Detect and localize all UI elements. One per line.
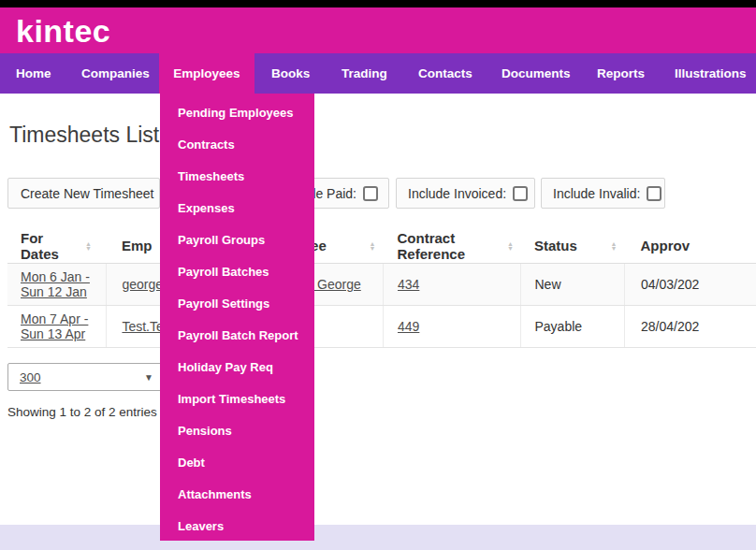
menu-item-payroll-groups[interactable]: Payroll Groups [160, 224, 314, 256]
nav-item-home[interactable]: Home [16, 53, 51, 94]
table-header-row: For Dates ▲▼ Emp ployee ▲▼ Contract Refe… [7, 229, 756, 263]
sort-icon[interactable]: ▲▼ [85, 241, 92, 251]
menu-item-timesheets[interactable]: Timesheets [160, 161, 314, 193]
column-header-label: Emp [122, 238, 153, 253]
include-invoiced-filter: Include Invoiced: [396, 178, 535, 209]
menu-item-payroll-settings[interactable]: Payroll Settings [160, 288, 314, 320]
menu-item-leavers[interactable]: Leavers [160, 511, 314, 543]
include-invalid-label: Include Invalid: [553, 186, 640, 201]
nav-item-contacts[interactable]: Contacts [418, 53, 472, 94]
menu-item-pensions[interactable]: Pensions [160, 415, 314, 447]
timesheets-table: For Dates ▲▼ Emp ployee ▲▼ Contract Refe… [7, 229, 756, 348]
nav-item-reports[interactable]: Reports [597, 53, 645, 94]
create-new-timesheet-button[interactable]: Create New Timesheet [7, 178, 160, 209]
include-paid-label: de Paid: [309, 186, 356, 201]
approved-date: 28/04/202 [641, 319, 699, 334]
nav-item-companies[interactable]: Companies [81, 53, 150, 94]
table-row: Mon 7 Apr - Sun 13 Apr Test.Te , Test 44… [7, 305, 756, 347]
column-header-contract-reference[interactable]: Contract Reference ▲▼ [383, 229, 521, 263]
table-row: Mon 6 Jan - Sun 12 Jan george yson, Geor… [7, 263, 756, 305]
create-new-timesheet-label: Create New Timesheet [21, 186, 153, 201]
sort-icon[interactable]: ▲▼ [611, 241, 618, 251]
include-invalid-filter: Include Invalid: [541, 178, 665, 209]
employer-link[interactable]: Test.Te [122, 319, 163, 334]
employer-link[interactable]: george [122, 277, 163, 292]
sort-icon[interactable]: ▲▼ [370, 241, 376, 251]
chevron-down-icon: ▼ [144, 372, 153, 383]
nav-item-documents[interactable]: Documents [502, 53, 571, 94]
include-invoiced-label: Include Invoiced: [408, 186, 506, 201]
menu-item-attachments[interactable]: Attachments [160, 479, 314, 511]
nav-item-illustrations[interactable]: Illustrations [675, 53, 747, 94]
column-header-label: Approv [640, 238, 690, 253]
include-paid-checkbox[interactable] [363, 186, 378, 201]
employees-dropdown-menu: Pending Employees Contracts Timesheets E… [160, 94, 314, 541]
main-nav: Home Companies Employees Books Trading C… [0, 53, 756, 94]
sort-desc-icon: ▼ [85, 246, 92, 251]
column-header-label: For Dates [21, 230, 85, 262]
menu-item-import-timesheets[interactable]: Import Timesheets [160, 384, 314, 415]
menu-item-debt[interactable]: Debt [160, 447, 314, 479]
menu-item-pending-employees[interactable]: Pending Employees [160, 97, 314, 129]
menu-item-payroll-batch-report[interactable]: Payroll Batch Report [160, 320, 314, 352]
page: kintec Home Companies Employees Books Tr… [0, 0, 756, 550]
contract-reference-link[interactable]: 449 [398, 319, 419, 334]
menu-item-expenses[interactable]: Expenses [160, 193, 314, 224]
top-bar [0, 0, 756, 7]
menu-item-contracts[interactable]: Contracts [160, 129, 314, 161]
nav-item-books[interactable]: Books [271, 53, 310, 94]
timesheet-dates-link[interactable]: Mon 7 Apr - Sun 13 Apr [21, 311, 88, 341]
sort-desc-icon: ▼ [507, 246, 514, 251]
sort-desc-icon: ▼ [611, 246, 618, 251]
entries-info: Showing 1 to 2 of 2 entries [7, 405, 157, 419]
page-size-value: 300 [20, 370, 41, 384]
column-header-for-dates[interactable]: For Dates ▲▼ [7, 229, 107, 263]
approved-date: 04/03/202 [641, 277, 699, 292]
page-footer [0, 525, 756, 550]
column-header-approved[interactable]: Approv [624, 229, 756, 263]
page-size-select[interactable]: 300 ▼ [7, 363, 162, 391]
kintec-logo[interactable]: kintec [16, 13, 110, 50]
column-header-status[interactable]: Status ▲▼ [521, 229, 625, 263]
nav-item-trading[interactable]: Trading [342, 53, 387, 94]
sort-icon[interactable]: ▲▼ [507, 241, 514, 251]
status-value: New [534, 277, 560, 292]
include-invalid-checkbox[interactable] [647, 186, 662, 201]
menu-item-holiday-pay-req[interactable]: Holiday Pay Req [160, 352, 314, 384]
timesheet-dates-link[interactable]: Mon 6 Jan - Sun 12 Jan [21, 269, 90, 299]
app-header: kintec [0, 7, 756, 53]
menu-item-payroll-batches[interactable]: Payroll Batches [160, 256, 314, 288]
include-invoiced-checkbox[interactable] [513, 186, 528, 201]
column-header-label: Contract Reference [397, 230, 507, 262]
status-value: Payable [534, 319, 582, 334]
sort-desc-icon: ▼ [370, 246, 376, 251]
column-header-label: Status [534, 238, 577, 253]
nav-item-employees-label: Employees [173, 53, 240, 94]
contract-reference-link[interactable]: 434 [398, 277, 419, 292]
nav-item-employees-active[interactable]: Employees [159, 53, 254, 94]
